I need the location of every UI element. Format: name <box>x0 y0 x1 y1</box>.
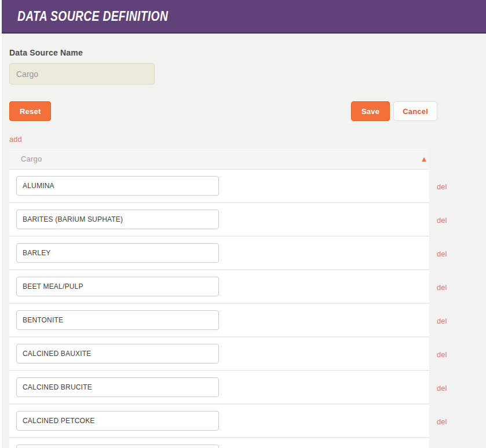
table-row: del <box>9 371 486 405</box>
table-row: del <box>9 304 486 337</box>
cargo-table: Cargo ▲ del del <box>9 149 486 448</box>
cargo-value-input[interactable] <box>16 445 219 448</box>
sort-ascending-icon[interactable]: ▲ <box>422 156 426 162</box>
delete-row-link[interactable]: del <box>437 283 447 292</box>
table-row: del <box>9 270 486 304</box>
cargo-column-header[interactable]: Cargo ▲ <box>9 149 429 170</box>
table-cell <box>9 203 429 237</box>
actions-row: Reset Save Cancel <box>9 101 437 121</box>
delete-cell: del <box>429 304 447 337</box>
cargo-value-input[interactable] <box>16 176 219 196</box>
delete-cell: del <box>429 270 447 304</box>
table-cell <box>9 371 429 405</box>
table-cell <box>9 170 429 203</box>
table-cell <box>9 337 429 371</box>
page-title: DATA SOURCE DEFINITION <box>17 8 168 24</box>
delete-cell: del <box>429 170 447 203</box>
table-cell <box>9 237 429 270</box>
page-header-banner: DATA SOURCE DEFINITION <box>2 0 486 34</box>
delete-row-link[interactable]: del <box>437 350 447 359</box>
table-row-partial: del <box>9 438 486 448</box>
table-row: del <box>9 405 486 438</box>
delete-row-link[interactable]: del <box>437 417 447 426</box>
cancel-button[interactable]: Cancel <box>393 101 437 121</box>
cargo-value-input[interactable] <box>16 277 219 296</box>
table-row: del <box>9 170 486 203</box>
cargo-value-input[interactable] <box>16 377 219 397</box>
data-source-name-label: Data Source Name <box>9 48 486 57</box>
add-row-link[interactable]: add <box>9 135 22 144</box>
delete-row-link[interactable]: del <box>437 249 447 258</box>
table-cell <box>9 304 429 337</box>
delete-cell: del <box>429 438 447 448</box>
cargo-column-label: Cargo <box>21 155 42 163</box>
table-row: del <box>9 337 486 371</box>
delete-row-link[interactable]: del <box>437 216 447 225</box>
delete-cell: del <box>429 203 447 237</box>
cargo-value-input[interactable] <box>16 344 219 363</box>
save-button[interactable]: Save <box>351 101 390 121</box>
reset-button[interactable]: Reset <box>9 101 51 121</box>
delete-row-link[interactable]: del <box>437 317 447 325</box>
delete-row-link[interactable]: del <box>437 384 447 392</box>
table-row: del <box>9 203 486 237</box>
save-cancel-group: Save Cancel <box>351 101 437 121</box>
table-cell <box>9 405 429 438</box>
delete-cell: del <box>429 371 447 405</box>
cargo-value-input[interactable] <box>16 243 219 263</box>
cargo-value-input[interactable] <box>16 210 219 229</box>
main-content: Data Source Name Reset Save Cancel add C… <box>2 48 486 448</box>
table-cell <box>9 270 429 304</box>
delete-cell: del <box>429 237 447 270</box>
cargo-value-input[interactable] <box>16 411 219 431</box>
delete-cell: del <box>429 337 447 371</box>
delete-cell: del <box>429 405 447 438</box>
delete-row-link[interactable]: del <box>437 182 447 191</box>
data-source-name-input[interactable] <box>9 63 155 85</box>
table-row: del <box>9 237 486 270</box>
table-cell <box>9 438 429 448</box>
page: DATA SOURCE DEFINITION Data Source Name … <box>2 0 486 448</box>
cargo-value-input[interactable] <box>16 310 219 330</box>
